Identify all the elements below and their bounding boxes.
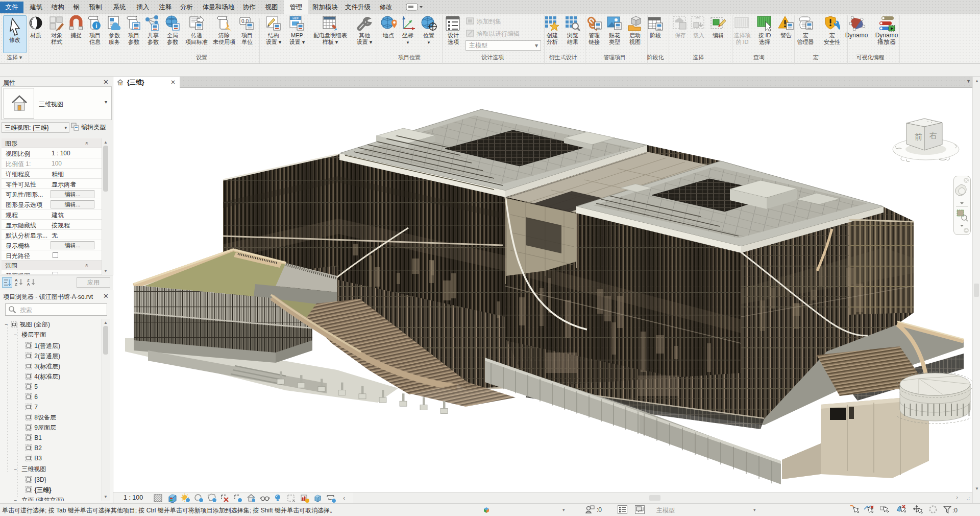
svg-text::0: :0 bbox=[952, 507, 958, 514]
svg-text:i: i bbox=[95, 22, 97, 30]
svg-text:‹: ‹ bbox=[343, 494, 345, 502]
svg-text:A: A bbox=[27, 282, 30, 287]
svg-text::0: :0 bbox=[597, 506, 602, 513]
svg-text:添加到集: 添加到集 bbox=[477, 18, 501, 25]
svg-text:拾取以进行编辑: 拾取以进行编辑 bbox=[476, 30, 520, 37]
svg-text:MEP: MEP bbox=[292, 17, 299, 20]
svg-text:Z: Z bbox=[15, 282, 17, 287]
